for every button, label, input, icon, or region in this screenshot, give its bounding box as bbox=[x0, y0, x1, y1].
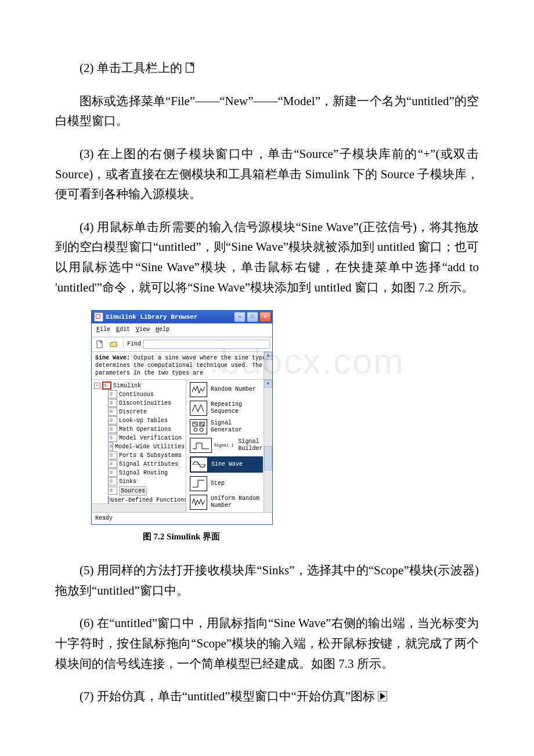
tree-item-model-verification[interactable]: Model Verification bbox=[93, 434, 185, 442]
block-label: Sine Wave bbox=[211, 461, 262, 468]
library-icon bbox=[102, 381, 111, 390]
block-label: Step bbox=[211, 480, 263, 487]
paragraph-8: (7) 开始仿真，单击“untitled”模型窗口中“开始仿真”图标 bbox=[55, 686, 479, 707]
sublibrary-icon bbox=[108, 390, 117, 398]
block-label: Random Number bbox=[211, 386, 263, 393]
window-titlebar: Simulink Library Browser — □ × bbox=[92, 311, 272, 323]
sine-wave-icon bbox=[190, 457, 208, 472]
tree-item-ports-subsystems[interactable]: Ports & Subsystems bbox=[93, 451, 185, 460]
tree-item-model-wide-utilities[interactable]: Model-Wide Utilities bbox=[93, 442, 185, 451]
close-button[interactable]: × bbox=[259, 312, 271, 322]
sublibrary-icon bbox=[108, 477, 117, 485]
document-page: (2) 单击工具栏上的 图标或选择菜单“File”——“New”——“Model… bbox=[0, 0, 534, 743]
desc-name: Sine Wave: bbox=[95, 355, 130, 361]
toolbar: Find bbox=[92, 337, 272, 352]
sublibrary-icon bbox=[108, 399, 117, 407]
tree-h-scrollbar[interactable] bbox=[92, 503, 186, 512]
block-sine-wave[interactable]: Sine Wave bbox=[190, 456, 263, 473]
toolbar-open-icon[interactable] bbox=[108, 339, 120, 350]
step-icon bbox=[190, 476, 207, 491]
tree-item-discontinuities[interactable]: Discontinuities bbox=[93, 399, 185, 408]
tree-item-signal-attributes[interactable]: Signal Attributes bbox=[93, 460, 185, 469]
sublibrary-icon bbox=[108, 451, 117, 459]
tree-item-discrete[interactable]: Discrete bbox=[93, 408, 185, 416]
tree-item-signal-routing[interactable]: Signal Routing bbox=[93, 469, 185, 477]
block-repeating-sequence[interactable]: Repeating Sequence bbox=[190, 401, 263, 416]
simulink-library-browser-window: Simulink Library Browser — □ × File Edit… bbox=[91, 310, 273, 525]
find-label: Find bbox=[127, 340, 141, 350]
figure-caption: 图 7.2 Simulink 界面 bbox=[91, 530, 272, 544]
svg-point-4 bbox=[194, 428, 197, 431]
block-uniform-random-number[interactable]: Uniform Random Number bbox=[190, 495, 263, 510]
block-random-number[interactable]: Random Number bbox=[190, 382, 263, 397]
start-simulation-icon bbox=[378, 691, 387, 701]
block-label: Uniform Random Number bbox=[211, 495, 263, 509]
sublibrary-icon bbox=[108, 408, 117, 416]
tree-item-sinks[interactable]: Sinks bbox=[93, 477, 185, 486]
library-tree: − Simulink Continuous Discontinuities Di… bbox=[92, 380, 186, 512]
maximize-button[interactable]: □ bbox=[247, 312, 258, 322]
collapse-icon[interactable]: − bbox=[94, 383, 100, 389]
figure-7-2: Simulink Library Browser — □ × File Edit… bbox=[91, 310, 479, 525]
sublibrary-icon bbox=[108, 425, 117, 433]
scroll-thumb[interactable] bbox=[264, 446, 272, 470]
block-signal-builder[interactable]: Signal 1 Signal Builder bbox=[190, 438, 263, 453]
uniform-random-icon bbox=[190, 495, 207, 510]
paragraph-7: (6) 在“untitled”窗口中，用鼠标指向“Sine Wave”右侧的输出… bbox=[55, 613, 479, 674]
paragraph-5: (4) 用鼠标单击所需要的输入信号源模块“Sine Wave”(正弦信号)，将其… bbox=[55, 217, 479, 298]
list-v-scrollbar[interactable]: ▲ bbox=[264, 380, 272, 512]
sublibrary-icon bbox=[108, 460, 117, 468]
paragraph-2: (2) 单击工具栏上的 bbox=[55, 58, 479, 78]
signal-builder-extra: Signal 1 bbox=[214, 443, 234, 448]
new-document-icon bbox=[185, 62, 195, 73]
paragraph-3: 图标或选择菜单“File”——“New”——“Model”，新建一个名为“unt… bbox=[55, 91, 479, 131]
block-list-pane: Random Number Repeating Sequence bbox=[186, 380, 272, 512]
menubar: File Edit View Help bbox=[92, 323, 272, 337]
block-label: Signal Builder bbox=[239, 438, 263, 452]
paragraph-2-pre: (2) 单击工具栏上的 bbox=[80, 61, 182, 75]
sublibrary-icon bbox=[108, 469, 117, 477]
block-signal-generator[interactable]: Signal Generator bbox=[190, 419, 263, 434]
tree-item-sources[interactable]: Sources bbox=[93, 486, 185, 496]
repeating-sequence-icon bbox=[190, 401, 207, 416]
sublibrary-icon bbox=[108, 416, 117, 424]
browser-body: − Simulink Continuous Discontinuities Di… bbox=[92, 380, 272, 512]
paragraph-8-pre: (7) 开始仿真，单击“untitled”模型窗口中“开始仿真”图标 bbox=[80, 689, 375, 703]
paragraph-4: (3) 在上图的右侧子模块窗口中，单击“Source”子模块库前的“+”(或双击… bbox=[55, 144, 479, 204]
statusbar: Ready bbox=[92, 512, 272, 525]
window-buttons: — □ × bbox=[234, 312, 271, 322]
toolbar-separator bbox=[123, 340, 124, 349]
svg-point-5 bbox=[200, 428, 203, 431]
menu-file[interactable]: File bbox=[95, 325, 111, 336]
paragraph-6: (5) 用同样的方法打开接收模块库“Sinks”，选择其中的“Scope”模块(… bbox=[55, 560, 479, 600]
block-label: Signal Generator bbox=[211, 420, 263, 434]
sublibrary-icon bbox=[108, 487, 117, 495]
tree-root-simulink[interactable]: − Simulink bbox=[93, 381, 185, 390]
signal-builder-icon bbox=[190, 438, 212, 453]
status-text: Ready bbox=[95, 515, 113, 521]
scroll-up-icon[interactable]: ▲ bbox=[264, 352, 272, 360]
window-title: Simulink Library Browser bbox=[106, 312, 234, 322]
toolbar-new-icon[interactable] bbox=[94, 339, 106, 350]
sublibrary-icon bbox=[108, 442, 113, 451]
scroll-up-icon[interactable]: ▲ bbox=[264, 380, 272, 388]
tree-item-continuous[interactable]: Continuous bbox=[93, 390, 185, 399]
tree-item-math-operations[interactable]: Math Operations bbox=[93, 425, 185, 434]
random-number-icon bbox=[190, 382, 207, 397]
signal-generator-icon bbox=[190, 419, 207, 434]
block-step[interactable]: Step bbox=[190, 476, 263, 491]
minimize-button[interactable]: — bbox=[234, 312, 246, 322]
desc-scrollbar[interactable]: ▲ bbox=[264, 352, 272, 379]
menu-edit[interactable]: Edit bbox=[115, 325, 131, 336]
app-icon bbox=[94, 312, 103, 322]
tree-root-label: Simulink bbox=[113, 381, 141, 390]
sublibrary-icon bbox=[108, 434, 117, 442]
menu-help[interactable]: Help bbox=[154, 325, 171, 336]
find-input[interactable] bbox=[143, 340, 270, 349]
menu-view[interactable]: View bbox=[135, 325, 151, 336]
tree-item-lookup-tables[interactable]: Look-Up Tables bbox=[93, 416, 185, 425]
block-label: Repeating Sequence bbox=[211, 401, 263, 415]
block-description: Sine Wave: Output a sine wave where the … bbox=[92, 352, 272, 380]
